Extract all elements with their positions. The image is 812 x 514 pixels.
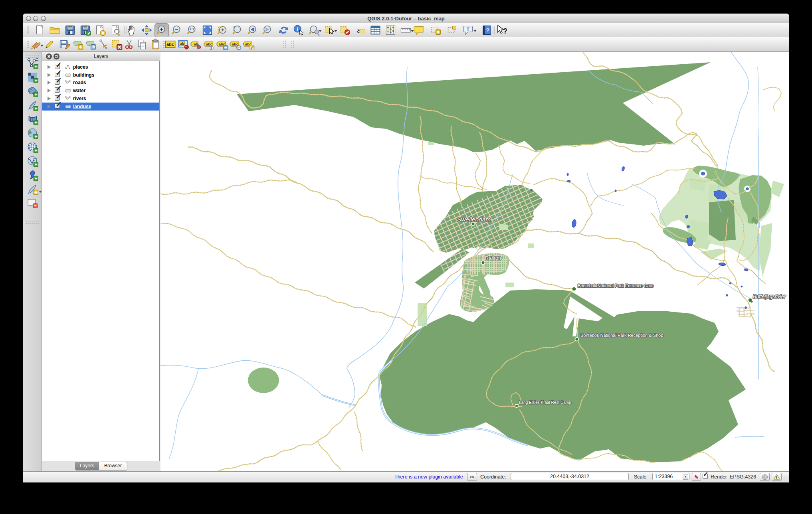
svg-text:abc: abc [206, 42, 212, 46]
svg-text:Bontebok National Park Recepti: Bontebok National Park Reception & Shop [580, 333, 663, 338]
svg-text:ε: ε [357, 26, 360, 34]
svg-text:?: ? [486, 27, 489, 34]
svg-text:ab: ab [180, 42, 184, 45]
svg-text:Lang Elsies Kraal Rest Camp: Lang Elsies Kraal Rest Camp [519, 400, 571, 405]
svg-text:abc: abc [166, 42, 174, 47]
svg-text:?: ? [503, 27, 507, 35]
svg-text:Swellendam: Swellendam [457, 216, 491, 223]
svg-text:1:1: 1:1 [190, 28, 194, 31]
svg-text:Railton: Railton [485, 255, 501, 261]
svg-text:Buffeljagsrivier: Buffeljagsrivier [753, 294, 786, 299]
svg-text:ab: ab [194, 42, 198, 46]
svg-text:Bontebok National Park Entranc: Bontebok National Park Entrance Gate [578, 283, 654, 288]
svg-text:T: T [467, 27, 469, 32]
svg-text:abc: abc [232, 42, 238, 46]
